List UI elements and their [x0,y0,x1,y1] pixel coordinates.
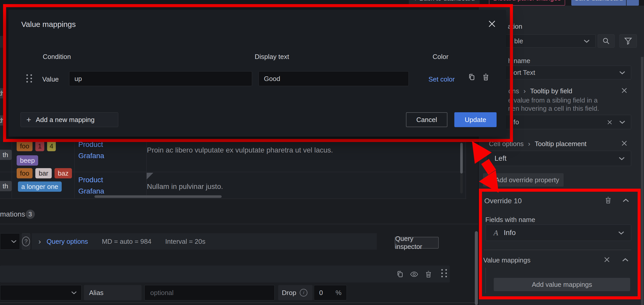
product-link[interactable]: Product [78,176,103,184]
query-options-bar[interactable]: › Query options MD = auto = 984 Interval… [32,233,377,250]
tag-baz: baz [55,168,72,178]
drop-label-box: Drop i [278,285,313,300]
color-column-header: Color [433,53,448,61]
query-inspector-button[interactable]: Query inspector [395,237,439,249]
cell-text: Nullam in pulvinar justo. [147,182,223,191]
chevron-separator: › [523,87,526,95]
set-color-link[interactable]: Set color [428,75,455,83]
duplicate-mapping-icon[interactable] [468,73,476,81]
datasource-help-button[interactable]: ? [22,233,30,250]
grafana-link[interactable]: Grafana [78,187,104,195]
sidebar-scrollbar[interactable] [641,57,643,305]
mapping-drag-handle[interactable] [26,74,32,83]
cell-pill-text: th [3,151,8,159]
mapping-kind-label: Value [42,75,59,83]
tooltip-by-field-breadcrumb: ons › Tooltip by field [508,87,572,95]
bottom-divider [0,302,478,303]
drop-value: 0 [319,289,323,297]
query-editor-header [0,266,450,282]
chevron-down-icon [11,240,17,243]
save-dashboard-caret-button[interactable]: ▾ [627,0,639,6]
table-panel: foo foo 1 4 beep th Product Grafana Proi… [0,140,466,199]
save-dashboard-button[interactable]: Save dashboard [571,0,626,6]
plus-icon: + [26,115,31,125]
remove-tooltip-placement-icon[interactable] [621,140,628,147]
alias-input[interactable] [144,285,275,300]
delete-query-trash-icon[interactable] [425,270,432,278]
query-type-select[interactable] [0,285,82,300]
section-divider [0,224,478,224]
column-divider [146,140,147,199]
tag-group-row1: foo 1 4 [17,141,59,151]
chevron-down-icon [619,157,625,160]
tag-group-row2: foo bar baz [17,168,75,178]
cell-pill-text: th [3,182,8,190]
clear-selection-icon[interactable] [607,119,613,125]
search-options-button[interactable] [598,34,615,48]
save-label: Save dashboard [574,0,623,2]
hide-query-eye-icon[interactable] [410,271,418,278]
percent-suffix: % [336,289,341,297]
tooltip-field-select[interactable]: fo [505,115,631,129]
tag-1: 1 [35,141,44,151]
tooltip-placement-title: Tooltip placement [535,140,586,148]
update-button[interactable]: Update [454,112,497,127]
panel-right-border [465,140,466,199]
chevron-down-icon [71,291,77,294]
query-inspector-label: Query inspector [395,235,438,251]
viz-select-value: ble [514,37,523,45]
tag-foo: foo [17,141,33,151]
viz-select[interactable]: ble [505,34,596,48]
grafana-panel-editor: ‹ Back to dashboard Discard panel change… [0,0,644,305]
tooltip-desc-line1: e value from a sibling field in a [508,96,598,104]
caret-down-icon: ▾ [631,0,634,2]
cell-corner-marker [147,173,153,179]
funnel-icon [624,37,632,45]
tag-longer-wrap: a longer one [18,181,65,192]
query-drag-handle[interactable] [441,269,447,277]
add-override-label: Add override property [495,176,559,184]
query-options-label[interactable]: Query options [47,238,88,246]
query-interval-summary: Interval = 20s [165,238,206,246]
query-md-summary: MD = auto = 984 [102,238,152,246]
table-horizontal-scrollbar-thumb[interactable] [94,195,222,198]
help-circle-icon: ? [22,237,30,246]
tooltip-placement-select[interactable]: Left [486,151,631,166]
close-modal-icon[interactable] [488,19,496,28]
tag-4: 4 [47,141,56,151]
condition-column-header: Condition [43,53,71,61]
chevron-separator: › [528,140,530,148]
add-override-property-button[interactable]: + Add override property [483,173,564,187]
search-icon [602,37,610,45]
chevron-down-icon [619,120,625,124]
delete-mapping-trash-icon[interactable] [482,73,489,81]
chevron-down-icon [584,39,590,43]
alias-label-box: Alias [84,285,142,300]
duplicate-query-icon[interactable] [396,270,404,278]
chevron-right-icon: › [38,237,41,246]
annotation-override-box [479,189,641,299]
tooltip-desc-line2: nen hovering a cell in this field. [508,105,599,113]
grafana-link[interactable]: Grafana [78,152,104,160]
alias-label: Alias [89,289,103,297]
add-new-mapping-button[interactable]: + Add a new mapping [20,112,118,127]
chevron-down-icon [619,71,625,75]
tag-beep: beep [17,155,38,166]
display-text-column-header: Display text [255,53,289,61]
add-new-mapping-label: Add a new mapping [36,116,95,124]
drop-percent-input[interactable]: 0 % [314,285,347,300]
filter-options-button[interactable] [619,34,637,48]
condition-value-input[interactable] [69,71,252,86]
cell-text: Proin ac libero vulputate ex vulputate p… [147,146,333,154]
value-mappings-modal: Value mappings Condition Display text Co… [8,10,506,137]
remove-tooltip-by-field-icon[interactable] [621,87,628,94]
table-vertical-scrollbar-thumb[interactable] [460,143,463,174]
cancel-button[interactable]: Cancel [406,112,447,127]
discard-label: Discard panel changes [493,0,561,2]
datasource-select[interactable] [0,233,20,250]
main-scrollbar-thumb[interactable] [475,231,478,305]
display-text-input[interactable] [259,71,409,86]
field-select[interactable]: ort Text [505,66,631,79]
modal-title: Value mappings [21,20,76,29]
tooltip-by-field-title: Tooltip by field [530,87,572,95]
